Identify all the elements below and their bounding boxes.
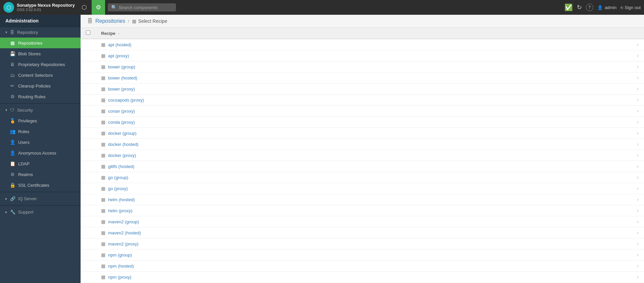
browse-nav-button[interactable]: ⬡ [78,0,91,15]
sidebar-item-blob-stores-label: Blob Stores [18,51,41,56]
breadcrumb-parent-link[interactable]: Repositories [95,18,125,24]
table-row[interactable]: ▦ docker (group) › [81,128,644,139]
row-name-cell: ▦ maven2 (group) [96,216,632,227]
table-row[interactable]: ▦ go (group) › [81,172,644,183]
user-icon: 👤 [597,5,603,10]
row-arrow-cell[interactable]: › [632,238,644,249]
row-arrow-cell[interactable]: › [632,139,644,150]
table-row[interactable]: ▦ apt (proxy) › [81,50,644,61]
sidebar-item-anonymous-access[interactable]: 👤 Anonymous Access [0,148,81,158]
row-checkbox-cell [81,261,96,272]
row-arrow-cell[interactable]: › [632,272,644,283]
row-checkbox-cell [81,227,96,238]
row-arrow-cell[interactable]: › [632,106,644,117]
row-arrow-cell[interactable]: › [632,50,644,61]
row-arrow-cell[interactable]: › [632,83,644,95]
row-chevron-right-icon: › [637,86,639,92]
table-row[interactable]: ▦ gitlfs (hosted) › [81,161,644,172]
table-row[interactable]: ▦ helm (hosted) › [81,194,644,205]
help-icon[interactable]: ? [586,4,593,11]
sidebar-item-blob-stores[interactable]: 💾 Blob Stores [0,48,81,59]
sidebar-item-privileges[interactable]: 🏅 Privileges [0,115,81,126]
row-checkbox-cell [81,194,96,205]
sidebar-item-content-selectors[interactable]: 🗂 Content Selectors [0,70,81,80]
row-arrow-cell[interactable]: › [632,161,644,172]
search-input[interactable] [119,5,173,10]
proprietary-icon: 🖥 [9,62,15,67]
sidebar-divider-1 [0,103,81,104]
sidebar-item-ssl-certificates[interactable]: 🔒 SSL Certificates [0,180,81,190]
table-row[interactable]: ▦ npm (group) › [81,249,644,261]
row-arrow-cell[interactable]: › [632,72,644,83]
table-row[interactable]: ▦ conda (proxy) › [81,117,644,128]
admin-nav-button[interactable]: ⚙ [92,0,105,15]
sidebar-item-cleanup-policies[interactable]: ✏ Cleanup Policies [0,80,81,91]
breadcrumb-current-label: Select Recipe [138,18,167,24]
row-arrow-cell[interactable]: › [632,61,644,72]
table-row[interactable]: ▦ conan (proxy) › [81,106,644,117]
row-chevron-right-icon: › [637,196,639,202]
row-chevron-right-icon: › [637,208,639,213]
table-row[interactable]: ▦ npm (hosted) › [81,261,644,272]
table-row[interactable]: ▦ maven2 (proxy) › [81,238,644,249]
row-db-icon: ▦ [101,130,105,136]
recipe-table-container[interactable]: Recipe ↑ ▦ apt (hosted) › ▦ [81,28,644,283]
table-row[interactable]: ▦ maven2 (hosted) › [81,227,644,238]
sidebar-item-ldap[interactable]: 📋 LDAP [0,158,81,169]
row-arrow-cell[interactable]: › [632,150,644,161]
row-db-icon: ▦ [101,42,105,47]
row-arrow-cell[interactable]: › [632,261,644,272]
sidebar-item-privileges-label: Privileges [18,118,37,123]
row-arrow-cell[interactable]: › [632,172,644,183]
row-name: bower (hosted) [108,75,137,80]
table-row[interactable]: ▦ apt (hosted) › [81,39,644,50]
refresh-icon[interactable]: ↻ [577,4,582,11]
row-arrow-cell[interactable]: › [632,205,644,216]
row-arrow-cell[interactable]: › [632,39,644,50]
row-checkbox-cell [81,95,96,106]
sidebar-section-security[interactable]: ▾ 🛡 Security [0,105,81,115]
row-arrow-cell[interactable]: › [632,227,644,238]
sidebar-item-proprietary-repositories[interactable]: 🖥 Proprietary Repositories [0,59,81,70]
table-row[interactable]: ▦ helm (proxy) › [81,205,644,216]
sidebar-section-support[interactable]: ▸ 🔧 Support [0,207,81,217]
row-db-icon: ▦ [101,263,105,269]
row-checkbox-cell [81,39,96,50]
row-arrow-cell[interactable]: › [632,249,644,261]
users-icon: 👤 [9,139,15,145]
row-arrow-cell[interactable]: › [632,183,644,194]
row-arrow-cell[interactable]: › [632,95,644,106]
table-row[interactable]: ▦ maven2 (group) › [81,216,644,227]
row-arrow-cell[interactable]: › [632,216,644,227]
row-arrow-cell[interactable]: › [632,117,644,128]
sidebar-item-repositories[interactable]: ▦ Repositories [0,38,81,48]
sidebar-item-routing-rules[interactable]: ⚙ Routing Rules [0,91,81,102]
sidebar-item-realms[interactable]: ⚙ Realms [0,169,81,180]
row-arrow-cell[interactable]: › [632,194,644,205]
row-name-cell: ▦ bower (group) [96,61,632,72]
user-menu[interactable]: 👤 admin [597,5,616,10]
sidebar-item-roles[interactable]: 👥 Roles [0,126,81,137]
row-name: go (group) [108,175,128,180]
col-recipe-header[interactable]: Recipe ↑ [96,28,632,39]
table-row[interactable]: ▦ bower (group) › [81,61,644,72]
table-row[interactable]: ▦ docker (proxy) › [81,150,644,161]
sidebar-item-users[interactable]: 👤 Users [0,137,81,148]
table-row[interactable]: ▦ bower (hosted) › [81,72,644,83]
row-name: maven2 (hosted) [108,230,141,235]
select-all-checkbox[interactable] [86,31,90,35]
sign-out-button[interactable]: ⎋ Sign out [620,5,641,10]
sidebar-item-routing-label: Routing Rules [18,94,46,99]
sidebar-section-repository[interactable]: ▾ 🗄 Repository [0,27,81,38]
row-chevron-right-icon: › [637,53,639,58]
table-row[interactable]: ▦ npm (proxy) › [81,272,644,283]
row-arrow-cell[interactable]: › [632,128,644,139]
sidebar-section-iq[interactable]: ▸ 🔗 IQ Server [0,193,81,204]
main-layout: Administration ▾ 🗄 Repository ▦ Reposito… [0,15,644,283]
row-name-cell: ▦ go (group) [96,172,632,183]
table-row[interactable]: ▦ cocoapods (proxy) › [81,95,644,106]
row-name-cell: ▦ helm (hosted) [96,194,632,205]
table-row[interactable]: ▦ go (proxy) › [81,183,644,194]
table-row[interactable]: ▦ bower (proxy) › [81,83,644,95]
table-row[interactable]: ▦ docker (hosted) › [81,139,644,150]
